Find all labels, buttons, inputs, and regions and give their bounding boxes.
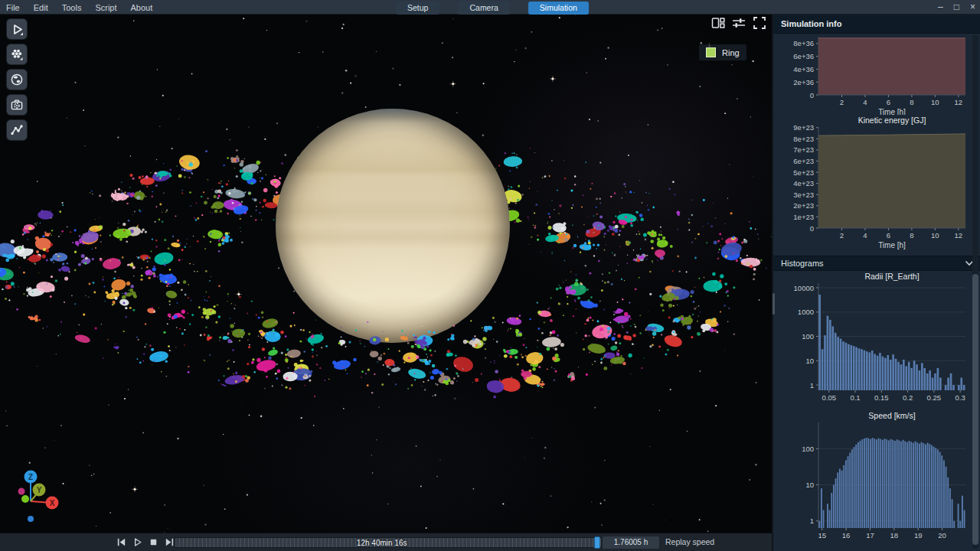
chart-kinetic-energy: Kinetic energy [GJ]01e+232e+233e+234e+23… <box>774 115 980 254</box>
svg-text:15: 15 <box>818 531 826 540</box>
minimize-button[interactable]: – <box>938 0 943 15</box>
display-settings-button[interactable] <box>731 16 746 30</box>
window-controls: – □ × <box>938 0 975 15</box>
svg-text:4e+36: 4e+36 <box>793 65 814 73</box>
tab-camera[interactable]: Camera <box>458 2 509 15</box>
fullscreen-icon <box>753 16 766 30</box>
particles-icon <box>10 47 24 61</box>
viewport-corner-tools <box>710 16 767 30</box>
svg-text:Y: Y <box>37 486 42 494</box>
menu-edit[interactable]: Edit <box>34 3 48 12</box>
front-ring-layer <box>0 15 772 533</box>
panel-scrollbar-thumb[interactable] <box>972 274 978 545</box>
svg-text:0.25: 0.25 <box>927 393 942 402</box>
svg-text:17: 17 <box>866 531 874 540</box>
play-icon <box>10 22 24 37</box>
svg-text:4e+23: 4e+23 <box>793 179 814 187</box>
globe-icon <box>10 73 24 86</box>
tab-setup[interactable]: Setup <box>396 2 439 15</box>
svg-text:0.3: 0.3 <box>956 393 965 402</box>
play-icon <box>132 536 143 548</box>
svg-text:7e+23: 7e+23 <box>793 145 814 154</box>
svg-text:Z: Z <box>28 473 33 481</box>
sliders-icon <box>732 16 746 30</box>
svg-text:10: 10 <box>931 231 939 240</box>
svg-text:2e+36: 2e+36 <box>793 78 814 86</box>
playback-bar: 12h 40min 16s 1.76005 h Replay speed <box>0 533 772 551</box>
simulation-info-panel: Simulation info 02e+364e+366e+368e+36246… <box>772 15 980 551</box>
svg-text:0.05: 0.05 <box>822 393 836 402</box>
svg-text:6: 6 <box>887 98 890 106</box>
timeline-slider[interactable]: 12h 40min 16s <box>175 537 602 548</box>
svg-text:0: 0 <box>810 91 814 99</box>
svg-text:12: 12 <box>955 231 963 240</box>
menu-about[interactable]: About <box>131 3 153 12</box>
current-time-input[interactable]: 1.76005 h <box>603 536 659 549</box>
chart-speed-histogram: Speed [km/s]110100151617181920 <box>774 410 980 548</box>
svg-text:8e+23: 8e+23 <box>793 135 814 143</box>
svg-text:8: 8 <box>910 231 913 240</box>
panel-layout-button[interactable] <box>710 16 726 30</box>
svg-text:2: 2 <box>840 98 844 106</box>
fullscreen-button[interactable] <box>752 16 767 30</box>
svg-text:X: X <box>50 499 55 507</box>
svg-text:1: 1 <box>810 381 814 390</box>
svg-text:19: 19 <box>914 531 923 540</box>
replay-speed-label: Replay speed <box>665 537 714 546</box>
menu-file[interactable]: File <box>6 3 20 12</box>
menu-script[interactable]: Script <box>95 3 116 12</box>
svg-text:100: 100 <box>802 332 814 341</box>
panel-splitter-handle[interactable] <box>773 293 775 315</box>
camera-gear-icon <box>10 98 24 112</box>
ring-color-swatch <box>706 47 716 57</box>
svg-text:3e+23: 3e+23 <box>793 191 814 199</box>
svg-text:0: 0 <box>810 224 814 233</box>
run-simulation-button[interactable] <box>6 18 28 40</box>
svg-text:5e+23: 5e+23 <box>793 168 814 177</box>
app-window: File Edit Tools Script About Setup Camer… <box>0 0 980 551</box>
panel-title: Simulation info <box>773 15 980 34</box>
particles-setup-button[interactable] <box>6 44 28 65</box>
svg-text:2e+23: 2e+23 <box>793 201 814 210</box>
axes-gizmo: Z Y X <box>8 467 69 523</box>
svg-text:100: 100 <box>802 445 814 453</box>
svg-text:Time [h]: Time [h] <box>878 241 906 249</box>
menu-bar: File Edit Tools Script About Setup Camer… <box>0 0 980 15</box>
svg-text:6: 6 <box>887 231 890 240</box>
stop-icon <box>148 536 159 548</box>
elapsed-time-label: 12h 40min 16s <box>357 539 407 547</box>
skip-to-start-button[interactable] <box>115 536 128 549</box>
skip-end-icon <box>164 536 175 548</box>
camera-settings-button[interactable] <box>6 94 28 116</box>
svg-text:4: 4 <box>863 98 867 106</box>
svg-text:10: 10 <box>805 357 814 365</box>
svg-text:0.1: 0.1 <box>850 393 860 402</box>
ring-legend-label: Ring <box>722 48 740 57</box>
panel-scroll-area[interactable]: 02e+364e+366e+368e+3624681012Time [h] Ki… <box>773 34 980 551</box>
timeline-handle[interactable] <box>594 536 600 549</box>
svg-text:0.15: 0.15 <box>874 393 889 402</box>
histograms-label: Histograms <box>781 256 824 271</box>
svg-text:1e+23: 1e+23 <box>793 213 814 221</box>
svg-text:8: 8 <box>910 98 913 106</box>
world-settings-button[interactable] <box>6 69 28 90</box>
maximize-button[interactable]: □ <box>954 0 959 15</box>
svg-text:6e+23: 6e+23 <box>793 157 814 165</box>
svg-text:Speed [km/s]: Speed [km/s] <box>868 411 915 420</box>
svg-text:10: 10 <box>931 98 939 106</box>
play-button[interactable] <box>131 536 144 549</box>
chart-radii-histogram: Radii [R_Earth]1101001000100000.050.10.1… <box>774 271 980 410</box>
svg-text:2: 2 <box>840 231 844 240</box>
menu-tools[interactable]: Tools <box>62 3 82 12</box>
svg-text:20: 20 <box>938 531 946 540</box>
stop-button[interactable] <box>147 536 160 549</box>
histograms-section-header[interactable]: Histograms <box>773 256 980 271</box>
svg-text:10000: 10000 <box>794 284 814 292</box>
svg-text:9e+23: 9e+23 <box>793 123 814 132</box>
viewport-3d[interactable]: Ring Z Y X <box>0 15 772 533</box>
svg-text:Kinetic energy [GJ]: Kinetic energy [GJ] <box>858 116 926 125</box>
plot-tools-button[interactable] <box>6 119 28 141</box>
mode-tabs: Setup Camera Simulation <box>396 2 589 15</box>
close-button[interactable]: × <box>970 0 975 15</box>
tab-simulation[interactable]: Simulation <box>528 2 589 15</box>
